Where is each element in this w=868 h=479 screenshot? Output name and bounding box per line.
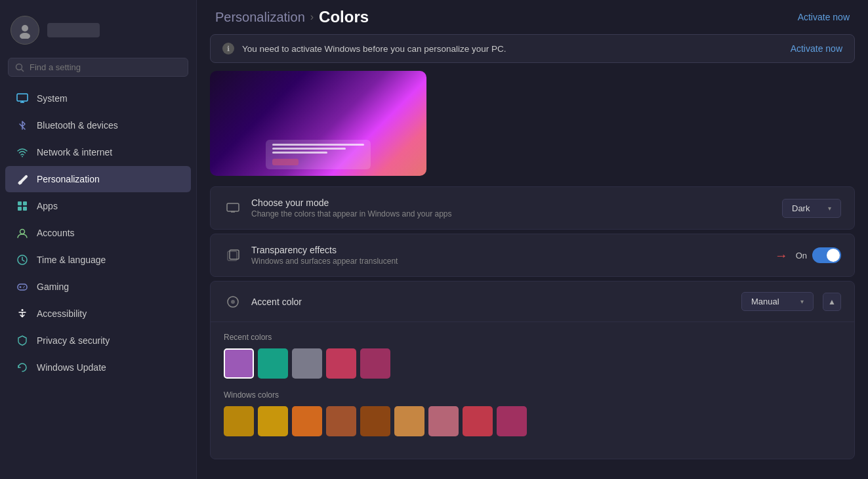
search-icon	[15, 63, 24, 72]
sidebar-item-accessibility[interactable]: Accessibility	[5, 301, 191, 327]
recent-colors-grid	[224, 348, 841, 379]
recent-colors-label: Recent colors	[224, 333, 841, 342]
search-box[interactable]	[8, 58, 188, 77]
accent-dropdown[interactable]: Manual ▾	[741, 292, 814, 311]
sidebar-item-system[interactable]: System	[5, 85, 191, 112]
svg-rect-20	[227, 203, 239, 211]
search-input[interactable]	[30, 62, 181, 72]
sidebar-item-label: System	[37, 93, 68, 104]
transparency-control: → On	[775, 247, 841, 263]
taskbar-line-2	[272, 148, 346, 150]
windows-colors-label: Windows colors	[224, 390, 841, 400]
transparency-title: Transparency effects	[251, 245, 766, 255]
mode-dropdown[interactable]: Dark ▾	[782, 199, 841, 218]
transparency-icon	[224, 246, 242, 264]
taskbar-line-3	[272, 152, 327, 154]
accent-color-header: Accent color Manual ▾ ▲	[211, 281, 854, 322]
person-icon	[16, 226, 29, 240]
win-color-8[interactable]	[497, 406, 527, 436]
collapse-button[interactable]: ▲	[823, 293, 841, 311]
svg-rect-10	[18, 207, 22, 211]
wifi-icon	[16, 146, 29, 159]
gamepad-icon	[16, 280, 29, 293]
sidebar-item-bluetooth[interactable]: Bluetooth & devices	[5, 112, 191, 138]
taskbar-lines	[272, 144, 364, 154]
sidebar-item-label: Gaming	[37, 281, 69, 292]
transparency-section: Transparency effects Windows and surface…	[210, 234, 855, 277]
sidebar-item-label: Network & internet	[37, 147, 112, 157]
accent-body: Recent colors Windows colors	[211, 322, 854, 459]
sidebar-item-personalization[interactable]: Personalization	[5, 166, 191, 192]
svg-point-19	[22, 309, 24, 311]
preview-taskbar	[266, 140, 371, 169]
win-color-5[interactable]	[394, 406, 424, 436]
sidebar-item-label: Accounts	[37, 228, 75, 238]
svg-point-18	[23, 287, 24, 289]
recent-color-4[interactable]	[360, 348, 390, 379]
mode-value: Dark	[792, 203, 810, 213]
activate-now-button[interactable]: Activate now	[798, 12, 850, 22]
win-color-6[interactable]	[428, 406, 459, 436]
recent-color-1[interactable]	[258, 348, 288, 379]
sidebar-item-apps[interactable]: Apps	[5, 193, 191, 219]
breadcrumb: Personalization › Colors	[215, 8, 369, 26]
choose-mode-control: Dark ▾	[782, 199, 841, 218]
sidebar-item-network[interactable]: Network & internet	[5, 139, 191, 165]
svg-line-3	[22, 69, 24, 72]
choose-mode-row: Choose your mode Change the colors that …	[211, 187, 854, 229]
win-color-2[interactable]	[292, 406, 322, 436]
time-icon	[16, 253, 29, 266]
accent-color-section: Accent color Manual ▾ ▲ Recent colors Wi…	[210, 281, 855, 459]
sidebar-item-time[interactable]: Time & language	[5, 247, 191, 273]
sidebar-item-label: Time & language	[37, 255, 106, 265]
sidebar-item-label: Accessibility	[37, 308, 87, 319]
win-color-3[interactable]	[326, 406, 356, 436]
sidebar-item-gaming[interactable]: Gaming	[5, 274, 191, 300]
transparency-text: Transparency effects Windows and surface…	[251, 245, 766, 266]
brush-icon	[16, 173, 29, 186]
banner-text: You need to activate Windows before you …	[242, 44, 506, 54]
nav-list: System Bluetooth & devices Network & in	[0, 85, 196, 479]
win-color-1[interactable]	[258, 406, 288, 436]
transparency-row: Transparency effects Windows and surface…	[211, 234, 854, 276]
svg-rect-14	[18, 284, 27, 290]
win-color-7[interactable]	[463, 406, 493, 436]
sidebar-item-label: Personalization	[37, 174, 100, 184]
sidebar-item-privacy[interactable]: Privacy & security	[5, 327, 191, 354]
sidebar-item-accounts[interactable]: Accounts	[5, 220, 191, 246]
svg-point-1	[20, 33, 30, 39]
sidebar-item-label: Windows Update	[37, 362, 106, 373]
apps-icon	[16, 199, 29, 213]
info-icon: ℹ	[222, 43, 234, 54]
banner-message: ℹ You need to activate Windows before yo…	[222, 43, 506, 54]
banner-activate-button[interactable]: Activate now	[791, 43, 842, 54]
svg-point-12	[20, 230, 25, 234]
svg-point-0	[22, 25, 28, 31]
svg-rect-11	[23, 207, 27, 211]
win-color-0[interactable]	[224, 406, 254, 436]
activation-banner: ℹ You need to activate Windows before yo…	[210, 34, 855, 63]
page-title: Colors	[319, 8, 369, 26]
mode-icon	[224, 199, 242, 217]
breadcrumb-separator: ›	[310, 11, 314, 23]
privacy-icon	[16, 334, 29, 347]
bluetooth-icon	[16, 119, 29, 132]
sidebar-item-update[interactable]: Windows Update	[5, 354, 191, 381]
toggle-thumb	[827, 249, 840, 262]
choose-mode-title: Choose your mode	[251, 198, 773, 208]
svg-point-2	[16, 64, 22, 70]
recent-color-0[interactable]	[224, 348, 254, 379]
update-icon	[16, 361, 29, 374]
chevron-down-icon: ▾	[828, 205, 831, 212]
svg-point-25	[231, 300, 235, 304]
transparency-toggle[interactable]	[812, 247, 841, 263]
red-arrow-icon: →	[775, 248, 788, 263]
accent-icon	[224, 293, 242, 311]
recent-color-3[interactable]	[326, 348, 356, 379]
choose-mode-subtitle: Change the colors that appear in Windows…	[251, 209, 773, 219]
top-bar: Personalization › Colors Activate now	[197, 0, 868, 34]
win-color-4[interactable]	[360, 406, 390, 436]
recent-color-2[interactable]	[292, 348, 322, 379]
main-content: Personalization › Colors Activate now ℹ …	[197, 0, 868, 479]
user-profile	[0, 7, 196, 58]
